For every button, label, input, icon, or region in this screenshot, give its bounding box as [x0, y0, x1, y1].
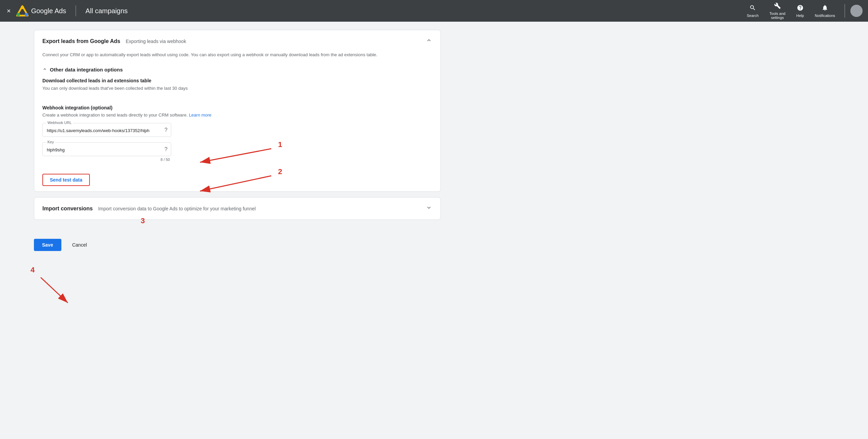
- help-nav-item[interactable]: Help: [792, 2, 808, 20]
- export-leads-card: Export leads from Google Ads Exporting l…: [34, 30, 441, 192]
- topbar-divider: [76, 5, 76, 16]
- import-conversions-card: Import conversions Import conversion dat…: [34, 197, 441, 220]
- learn-more-link[interactable]: Learn more: [189, 112, 211, 118]
- topbar-left: × Google Ads All campaigns: [5, 5, 128, 17]
- app-name: Google Ads: [31, 7, 66, 15]
- topbar-right: Search Tools and settings Help Notificat…: [743, 0, 863, 22]
- key-label: Key: [46, 140, 55, 144]
- webhook-url-input-wrapper[interactable]: Webhook URL ?: [42, 123, 171, 137]
- notifications-nav-label: Notifications: [815, 14, 835, 18]
- download-description: You can only download leads that've been…: [42, 85, 432, 91]
- close-button[interactable]: ×: [5, 6, 12, 16]
- webhook-url-help-icon[interactable]: ?: [164, 127, 167, 133]
- webhook-section: Webhook integration (optional) Create a …: [34, 105, 440, 171]
- tools-nav-item[interactable]: Tools and settings: [765, 0, 789, 22]
- section-chevron-icon: [42, 67, 47, 72]
- webhook-url-input[interactable]: [43, 123, 171, 137]
- topbar: × Google Ads All campaigns Search Tools: [0, 0, 868, 22]
- svg-point-1: [17, 13, 20, 16]
- save-button[interactable]: Save: [34, 239, 61, 251]
- webhook-url-label: Webhook URL: [46, 121, 73, 125]
- search-nav-label: Search: [747, 14, 759, 18]
- import-conversions-title: Import conversions: [42, 206, 93, 212]
- other-integration-title: Other data integration options: [50, 67, 123, 72]
- svg-point-2: [25, 13, 28, 16]
- download-title: Download collected leads in ad extension…: [42, 78, 432, 83]
- webhook-desc-text: Create a webhook integration to send lea…: [42, 112, 188, 118]
- key-counter: 8 / 50: [42, 158, 171, 162]
- topbar-right-divider: [845, 4, 845, 18]
- send-test-data-button[interactable]: Send test data: [42, 174, 90, 186]
- main-content: Export leads from Google Ads Exporting l…: [0, 22, 475, 233]
- tools-nav-label: Tools and settings: [769, 12, 785, 20]
- webhook-title: Webhook integration (optional): [42, 105, 432, 110]
- search-icon: [749, 4, 756, 13]
- download-section: Download collected leads in ad extension…: [34, 78, 440, 105]
- google-ads-logo: Google Ads: [16, 5, 66, 17]
- export-leads-chevron-icon: [426, 37, 432, 45]
- export-leads-header[interactable]: Export leads from Google Ads Exporting l…: [34, 30, 440, 52]
- export-leads-description: Connect your CRM or app to automatically…: [34, 52, 440, 60]
- import-conversions-chevron-icon: [426, 204, 432, 213]
- annotation-4-arrow: [41, 277, 68, 303]
- import-conversions-subtitle: Import conversion data to Google Ads to …: [98, 206, 256, 211]
- webhook-description: Create a webhook integration to send lea…: [42, 112, 432, 118]
- other-integration-section: Other data integration options: [34, 67, 440, 72]
- key-input-wrapper[interactable]: Key ?: [42, 142, 171, 156]
- section-title: All campaigns: [85, 7, 128, 15]
- key-help-icon[interactable]: ?: [164, 146, 167, 152]
- export-leads-subtitle: Exporting leads via webhook: [126, 39, 186, 44]
- search-nav-item[interactable]: Search: [743, 2, 763, 20]
- page-wrapper: Export leads from Google Ads Exporting l…: [0, 22, 868, 256]
- annotation-4-label: 4: [31, 266, 35, 274]
- notifications-nav-item[interactable]: Notifications: [811, 2, 839, 20]
- help-nav-label: Help: [796, 14, 804, 18]
- bottom-bar: Save Cancel: [0, 233, 868, 256]
- help-icon: [797, 4, 804, 13]
- export-leads-title: Export leads from Google Ads: [42, 38, 120, 44]
- tools-icon: [774, 2, 781, 11]
- svg-point-3: [21, 6, 24, 9]
- cancel-button[interactable]: Cancel: [67, 239, 93, 251]
- key-input[interactable]: [43, 143, 171, 156]
- import-conversions-header[interactable]: Import conversions Import conversion dat…: [34, 197, 440, 220]
- google-ads-logo-icon: [16, 5, 28, 17]
- user-avatar[interactable]: [850, 5, 863, 17]
- notifications-icon: [822, 4, 828, 13]
